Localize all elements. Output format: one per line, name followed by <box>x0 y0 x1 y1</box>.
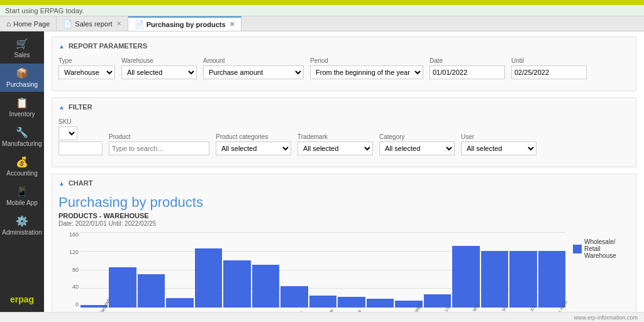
tab-home[interactable]: ⌂ Home Page <box>0 16 57 31</box>
manufacturing-icon: 🔧 <box>16 126 28 138</box>
trademark-select[interactable]: All selected <box>297 142 373 155</box>
date-input[interactable] <box>430 65 505 79</box>
sidebar-item-purchasing[interactable]: 📦 Purchasing <box>0 64 44 92</box>
user-select[interactable]: All selected <box>461 142 536 155</box>
tab-close-icon[interactable]: ✕ <box>116 20 121 27</box>
chart-area: 04080120160Cotton Tote Bag Black/WhiteHo… <box>58 232 565 312</box>
period-select[interactable]: From the beginning of the year <box>310 65 423 79</box>
period-field: Period From the beginning of the year <box>310 57 423 79</box>
bar <box>252 265 279 308</box>
until-label: Until <box>511 57 587 64</box>
chart-section-label: CHART <box>69 179 93 187</box>
warehouse-field: Warehouse All selected <box>121 57 197 79</box>
type-label: Type <box>58 57 115 64</box>
bar-wrapper: Womens Tank Top M.G. <box>452 246 479 308</box>
main-content: ▲ REPORT PARAMETERS Type Warehouse Wareh… <box>44 31 644 312</box>
sidebar-sales-label: Sales <box>14 52 30 58</box>
bar <box>166 298 193 308</box>
sidebar-item-manufacturing[interactable]: 🔧 Manufacturing <box>0 123 44 151</box>
tab-home-label: Home Page <box>13 20 50 28</box>
tab-sales-report-label: Sales report <box>75 20 112 28</box>
sidebar-bottom: erpag <box>0 291 44 312</box>
sidebar-item-accounting[interactable]: 💰 Accounting <box>0 152 44 180</box>
purchasing-icon: 📦 <box>16 67 28 79</box>
top-accent-bar <box>0 0 644 5</box>
sidebar-item-administration[interactable]: ⚙️ Administration <box>0 211 44 240</box>
sidebar-item-inventory[interactable]: 📋 Inventory <box>0 93 44 121</box>
tab-active-close-icon[interactable]: ✕ <box>230 21 235 28</box>
bar <box>367 299 394 308</box>
params-section-label: REPORT PARAMETERS <box>69 42 147 50</box>
category-label: Category <box>379 133 455 140</box>
bar <box>538 251 565 308</box>
chart-arrow-icon: ▲ <box>58 180 65 187</box>
warehouse-label: Warehouse <box>121 57 197 64</box>
bar-label: Mens Short S White <box>311 308 334 312</box>
y-axis-label: 40 <box>58 284 79 290</box>
filter-form-row: SKU Product Product categories All selec… <box>58 118 630 155</box>
product-label: Product <box>109 133 209 140</box>
bar-wrapper: Womens Tshirt Top XS.G. <box>538 251 565 308</box>
until-input[interactable] <box>511 65 587 79</box>
bar <box>452 246 479 308</box>
sidebar-inventory-label: Inventory <box>9 111 35 118</box>
bar-wrapper: Mens Shirt White <box>367 299 394 308</box>
chart-legend: Wholesale/ Retail Warehouse <box>573 232 630 259</box>
bar-label: Mens Short S Blue <box>282 310 304 312</box>
sku-select[interactable] <box>58 126 77 140</box>
category-select[interactable]: All selected <box>379 142 455 155</box>
bar-wrapper: Mens Short S White <box>309 296 336 308</box>
category-field: Category All selected <box>379 133 455 155</box>
bar-label: Mens Short L White <box>339 309 362 312</box>
footer-bar: www.erp-information.com <box>0 312 644 322</box>
sidebar-admin-label: Administration <box>2 229 42 236</box>
sales-report-icon: 📄 <box>63 19 72 28</box>
product-categories-select[interactable]: All selected <box>216 142 291 155</box>
user-label: User <box>461 133 536 140</box>
amount-label: Amount <box>203 57 304 64</box>
sales-icon: 🛒 <box>16 38 28 50</box>
notification-text: Start using ERPAG today. <box>5 7 84 14</box>
y-axis-label: 120 <box>58 250 79 255</box>
user-field: User All selected <box>461 133 536 155</box>
accounting-icon: 💰 <box>16 156 28 168</box>
bar-chart: 04080120160Cotton Tote Bag Black/WhiteHo… <box>58 232 565 312</box>
sku-input[interactable] <box>58 142 103 155</box>
bar-wrapper: Hoodie L Black <box>109 267 136 308</box>
tab-purchasing-by-products[interactable]: 📄 Purchasing by products ✕ <box>128 16 242 31</box>
home-icon: ⌂ <box>6 19 11 28</box>
grid-line <box>80 232 565 233</box>
sidebar-accounting-label: Accounting <box>6 170 37 177</box>
chart-section: ▲ CHART Purchasing by products PRODUCTS … <box>52 174 636 312</box>
main-layout: 🛒 Sales 📦 Purchasing 📋 Inventory 🔧 Manuf… <box>0 31 644 312</box>
footer-website: www.erp-information.com <box>574 314 638 321</box>
purchasing-tab-icon: 📄 <box>135 20 144 29</box>
product-input[interactable] <box>109 142 209 155</box>
product-categories-label: Product categories <box>216 133 291 140</box>
trademark-field: Trademark All selected <box>297 133 373 155</box>
sidebar-item-sales[interactable]: 🛒 Sales <box>0 34 44 62</box>
sku-label: SKU <box>58 118 103 125</box>
bar-wrapper: Hoodie M White <box>195 248 222 308</box>
trademark-label: Trademark <box>297 133 373 140</box>
bar-wrapper: Hoodie XL White <box>252 265 279 308</box>
tab-sales-report[interactable]: 📄 Sales report ✕ <box>57 16 128 31</box>
amount-select[interactable]: Purchase amount <box>203 65 304 79</box>
bar-wrapper: Print on demand GREY <box>395 301 422 308</box>
tab-bar: ⌂ Home Page 📄 Sales report ✕ 📄 Purchasin… <box>0 16 644 31</box>
sidebar-item-mobile-app[interactable]: 📱 Mobile App <box>0 182 44 210</box>
type-select[interactable]: Warehouse <box>58 65 115 79</box>
y-axis: 04080120160 <box>58 232 79 312</box>
bar <box>109 267 136 308</box>
warehouse-select[interactable]: All selected <box>121 65 197 79</box>
bar <box>481 251 508 308</box>
filter-section: ▲ FILTER SKU Product Product categories … <box>52 97 636 167</box>
y-axis-label: 80 <box>58 267 79 273</box>
bar <box>309 296 336 308</box>
logo-text: erpag <box>10 294 34 304</box>
bar-wrapper: Mens Short L White <box>338 297 365 308</box>
report-params-header: ▲ REPORT PARAMETERS <box>58 42 630 52</box>
filter-header: ▲ FILTER <box>58 103 630 113</box>
filter-section-label: FILTER <box>69 103 92 111</box>
legend-item-warehouse: Wholesale/ Retail Warehouse <box>573 238 630 259</box>
